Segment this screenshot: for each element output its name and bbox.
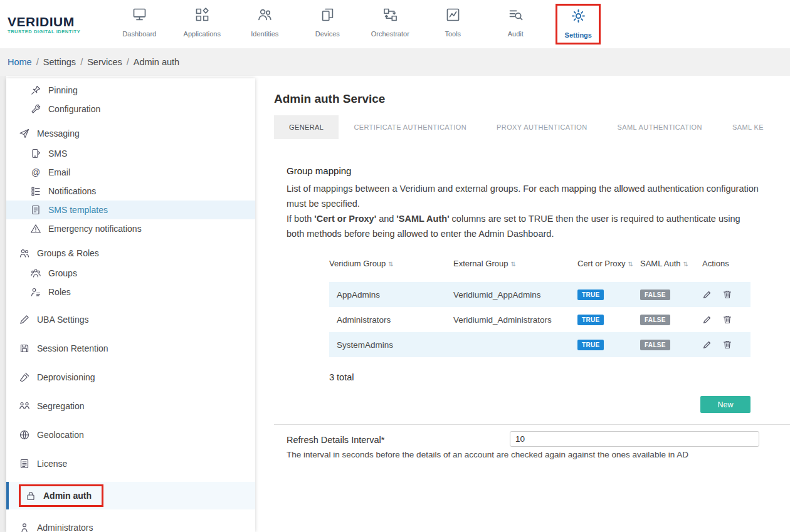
applications-icon <box>194 6 211 26</box>
edit-icon[interactable] <box>702 340 712 350</box>
table-row: Administrators Veridiumid_Administrators… <box>329 307 750 332</box>
sidebar-item-groups[interactable]: Groups <box>6 264 255 283</box>
cell-saml-auth: FALSE <box>640 340 702 350</box>
edit-icon[interactable] <box>702 289 712 300</box>
sort-icon: ⇅ <box>683 261 688 268</box>
sidebar-item-label: Messaging <box>37 128 80 138</box>
nav-item-devices[interactable]: Devices <box>296 4 359 44</box>
group-icon <box>30 268 41 279</box>
tab-proxy-authentication[interactable]: PROXY AUTHENTICATION <box>482 115 603 139</box>
tab-general[interactable]: GENERAL <box>274 115 339 139</box>
sidebar-item-uba-settings[interactable]: UBA Settings <box>6 309 255 330</box>
pen-icon <box>19 314 30 325</box>
sidebar-item-license[interactable]: License <box>6 453 255 474</box>
cell-cert-or-proxy: TRUE <box>577 315 640 325</box>
table-total: 3 total <box>329 372 750 382</box>
table-row: AppAdmins Veridiumid_AppAdmins TRUE FALS… <box>329 282 750 307</box>
sidebar-item-session-retention[interactable]: Session Retention <box>6 338 255 359</box>
nav-item-label: Orchestrator <box>371 30 409 38</box>
delete-icon[interactable] <box>722 340 732 350</box>
sidebar-item-roles[interactable]: Roles <box>6 283 255 301</box>
sort-icon: ⇅ <box>388 261 393 268</box>
brand-tagline: TRUSTED DIGITAL IDENTITY <box>8 29 80 34</box>
sidebar-item-pinning[interactable]: Pinning <box>6 81 255 100</box>
nav-item-label: Identities <box>251 30 278 38</box>
cell-veridium-group: AppAdmins <box>329 290 453 300</box>
table-row: SystemAdmins TRUE FALSE <box>329 332 750 357</box>
cell-external-group: Veridiumid_AppAdmins <box>453 290 577 300</box>
sidebar-item-label: Geolocation <box>37 430 84 440</box>
breadcrumb-admin-auth[interactable]: Admin auth <box>134 57 179 67</box>
main-navigation: Dashboard Applications Identities Device… <box>108 4 609 44</box>
breadcrumb-settings[interactable]: Settings <box>43 57 76 67</box>
cell-veridium-group: Administrators <box>329 315 453 325</box>
sidebar-item-label: SMS <box>48 149 67 159</box>
sidebar-item-messaging[interactable]: Messaging <box>6 123 255 144</box>
nav-item-settings[interactable]: Settings <box>556 4 601 44</box>
people-divide-icon <box>19 400 30 412</box>
main-content: Admin auth Service GENERAL CERTIFICATE A… <box>274 76 790 532</box>
column-veridium-group[interactable]: Veridium Group⇅ <box>329 259 453 268</box>
breadcrumb-home[interactable]: Home <box>8 57 32 67</box>
globe-icon <box>19 429 30 441</box>
sidebar-item-geolocation[interactable]: Geolocation <box>6 424 255 446</box>
identities-icon <box>256 6 273 26</box>
sidebar-item-admin-auth[interactable]: Admin auth <box>6 482 255 509</box>
sidebar-item-emergency-notifications[interactable]: Emergency notifications <box>6 219 255 238</box>
breadcrumb-separator: / <box>127 57 129 67</box>
sidebar-item-configuration[interactable]: Configuration <box>6 100 255 118</box>
cell-actions <box>702 340 750 350</box>
service-tabs: GENERAL CERTIFICATE AUTHENTICATION PROXY… <box>274 115 790 139</box>
delete-icon[interactable] <box>722 289 732 300</box>
sidebar-item-label: Notifications <box>48 186 96 196</box>
nav-item-audit[interactable]: Audit <box>484 4 547 44</box>
sidebar-item-sms-templates[interactable]: SMS templates <box>6 201 255 219</box>
tab-certificate-authentication[interactable]: CERTIFICATE AUTHENTICATION <box>339 115 482 139</box>
tab-saml-key[interactable]: SAML KE <box>717 115 779 139</box>
cell-actions <box>702 289 750 300</box>
nav-item-applications[interactable]: Applications <box>171 4 233 44</box>
refresh-interval-input[interactable] <box>510 431 759 447</box>
gear-icon <box>570 8 587 27</box>
breadcrumb-services[interactable]: Services <box>87 57 122 67</box>
table-header: Veridium Group⇅ External Group⇅ Cert or … <box>329 251 750 282</box>
new-button[interactable]: New <box>700 396 750 413</box>
sidebar-item-groups-roles[interactable]: Groups & Roles <box>6 243 255 264</box>
edit-icon[interactable] <box>702 315 712 325</box>
veridium-logo[interactable]: VERIDIUM TRUSTED DIGITAL IDENTITY <box>8 14 80 34</box>
sidebar-item-segregation[interactable]: Segregation <box>6 395 255 417</box>
sidebar-item-deprovisioning[interactable]: Deprovisioning <box>6 367 255 388</box>
pin-icon <box>30 85 41 96</box>
sidebar-item-label: Email <box>48 167 70 177</box>
delete-icon[interactable] <box>722 315 732 325</box>
dashboard-icon <box>131 6 148 26</box>
breadcrumb: Home / Settings / Services / Admin auth <box>0 48 790 76</box>
sidebar-item-label: Pinning <box>48 85 78 95</box>
sidebar-item-email[interactable]: @ Email <box>6 163 255 182</box>
audit-icon <box>507 6 524 26</box>
sidebar-item-label: Session Retention <box>37 343 108 353</box>
tab-saml-authentication[interactable]: SAML AUTHENTICATION <box>603 115 717 139</box>
sidebar-item-label: Groups & Roles <box>37 248 99 258</box>
admin-person-icon <box>19 522 30 532</box>
roles-icon <box>30 286 41 298</box>
lock-icon <box>25 490 36 501</box>
status-badge: TRUE <box>577 289 604 300</box>
nav-item-label: Audit <box>508 30 524 38</box>
nav-item-tools[interactable]: Tools <box>421 4 484 44</box>
nav-item-orchestrator[interactable]: Orchestrator <box>359 4 421 44</box>
nav-item-identities[interactable]: Identities <box>233 4 296 44</box>
breadcrumb-separator: / <box>36 57 39 67</box>
sidebar-item-administrators[interactable]: Administrators <box>6 517 255 532</box>
column-external-group[interactable]: External Group⇅ <box>453 259 577 268</box>
refresh-details-section: Refresh Details Interval* The interval i… <box>274 425 790 459</box>
nav-item-dashboard[interactable]: Dashboard <box>108 4 171 44</box>
refresh-interval-description: The interval in seconds before the detai… <box>287 450 760 459</box>
save-icon <box>19 343 30 354</box>
sidebar-item-label: Configuration <box>48 104 100 114</box>
column-cert-or-proxy[interactable]: Cert or Proxy⇅ <box>577 259 640 268</box>
nav-item-label: Applications <box>184 30 221 38</box>
column-saml-auth[interactable]: SAML Auth⇅ <box>640 259 702 268</box>
sidebar-item-sms[interactable]: SMS <box>6 144 255 163</box>
sidebar-item-notifications[interactable]: Notifications <box>6 182 255 201</box>
